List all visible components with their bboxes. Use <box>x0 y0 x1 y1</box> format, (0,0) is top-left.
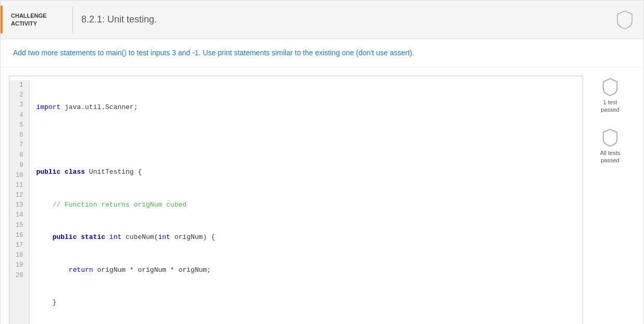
header: CHALLENGE ACTIVITY 8.2.1: Unit testing. <box>1 1 643 39</box>
code-content[interactable]: import java.util.Scanner; public class U… <box>30 80 583 324</box>
code-line-2 <box>36 135 576 146</box>
code-line-4: // Function returns origNum cubed <box>36 200 576 211</box>
code-line-1: import java.util.Scanner; <box>36 102 576 113</box>
test2-shield-icon <box>602 128 618 147</box>
line-numbers: 1 2 3 4 5 6 7 8 9 10 11 12 13 14 15 16 1 <box>9 80 30 324</box>
test1-shield-icon <box>602 78 618 97</box>
test2-label: All tests passed <box>600 149 621 164</box>
test1-badge: 1 test passed <box>601 78 619 114</box>
instructions-text: Add two more statements to main() to tes… <box>13 49 414 57</box>
challenge-line1: CHALLENGE <box>11 12 60 19</box>
code-line-3: public class UnitTesting { <box>36 167 576 178</box>
header-badge-icon <box>616 10 633 30</box>
test1-label: 1 test passed <box>601 99 619 114</box>
test2-badge: All tests passed <box>600 128 621 164</box>
activity-title: 8.2.1: Unit testing. <box>77 14 616 25</box>
page-wrapper: CHALLENGE ACTIVITY 8.2.1: Unit testing. … <box>0 0 644 324</box>
right-panel: 1 test passed All tests passed <box>589 76 631 324</box>
code-line-5: public static int cubeNum(int origNum) { <box>36 232 576 243</box>
code-line-6: return origNum * origNum * origNum; <box>36 265 576 276</box>
header-divider <box>72 7 73 33</box>
instructions: Add two more statements to main() to tes… <box>1 39 643 67</box>
code-area: 1 2 3 4 5 6 7 8 9 10 11 12 13 14 15 16 1 <box>9 76 583 324</box>
code-line-7: } <box>36 297 576 308</box>
code-editor[interactable]: 1 2 3 4 5 6 7 8 9 10 11 12 13 14 15 16 1 <box>9 76 583 324</box>
main-content: 1 2 3 4 5 6 7 8 9 10 11 12 13 14 15 16 1 <box>1 67 643 324</box>
challenge-line2: ACTIVITY <box>11 20 60 27</box>
challenge-label: CHALLENGE ACTIVITY <box>1 6 68 33</box>
